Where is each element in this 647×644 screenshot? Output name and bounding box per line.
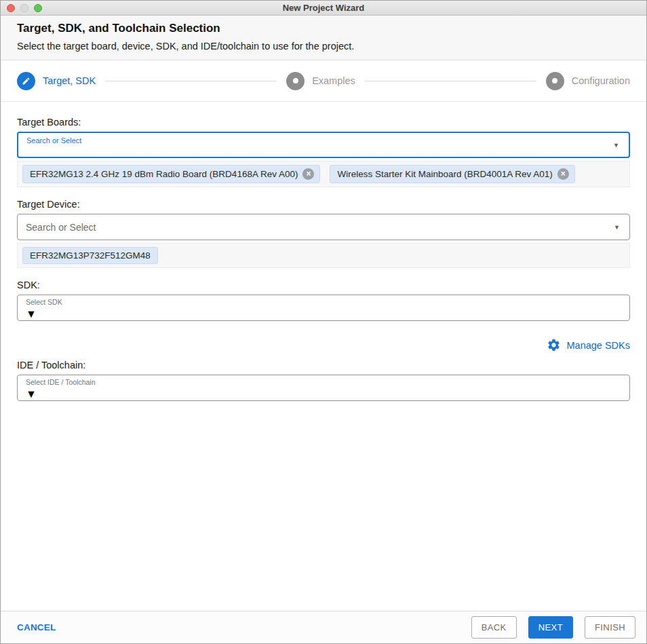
board-chip[interactable]: Wireless Starter Kit Mainboard (BRD4001A…: [330, 165, 574, 183]
step-label: Examples: [312, 75, 355, 86]
close-window-icon[interactable]: [7, 4, 15, 12]
sdk-select-label: Select SDK: [26, 298, 606, 307]
finish-button[interactable]: FINISH: [585, 616, 635, 639]
sdk-label: SDK:: [17, 280, 630, 290]
target-boards-placeholder: Search or Select: [26, 136, 81, 145]
back-button[interactable]: BACK: [471, 616, 517, 639]
next-button[interactable]: NEXT: [528, 616, 573, 639]
step-dot-icon: [286, 72, 305, 90]
window-titlebar[interactable]: New Project Wizard: [1, 1, 646, 16]
wizard-footer: CANCEL BACK NEXT FINISH: [1, 611, 646, 643]
target-boards-chip-row: EFR32MG13 2.4 GHz 19 dBm Radio Board (BR…: [17, 161, 630, 187]
ide-toolchain-select-label: Select IDE / Toolchain: [26, 378, 606, 387]
step-target-sdk[interactable]: Target, SDK: [17, 72, 96, 90]
manage-sdks-button[interactable]: Manage SDKs: [17, 338, 630, 352]
step-label: Target, SDK: [43, 75, 96, 86]
target-device-placeholder: Search or Select: [26, 222, 96, 233]
cancel-button[interactable]: CANCEL: [17, 622, 56, 632]
chip-label: EFR32MG13P732F512GM48: [30, 250, 151, 261]
target-device-chip-row: EFR32MG13P732F512GM48: [17, 243, 630, 268]
wizard-stepper: Target, SDK Examples Configuration: [1, 60, 646, 102]
stepper-connector: [365, 81, 536, 81]
chevron-down-icon[interactable]: ▼: [613, 142, 619, 148]
wizard-content: Target Boards: Search or Select ▼ EFR32M…: [1, 102, 646, 611]
step-dot-icon: [546, 72, 564, 90]
chevron-down-icon[interactable]: ▼: [614, 224, 620, 230]
target-device-search-input[interactable]: Search or Select ▼: [17, 214, 630, 240]
target-boards-search-input[interactable]: Search or Select ▼: [17, 132, 630, 158]
step-examples[interactable]: Examples: [286, 72, 355, 90]
stepper-connector: [105, 81, 277, 81]
gear-icon: [547, 338, 561, 352]
target-device-label: Target Device:: [17, 199, 630, 210]
board-chip[interactable]: EFR32MG13 2.4 GHz 19 dBm Radio Board (BR…: [22, 165, 320, 183]
step-label: Configuration: [572, 75, 630, 86]
device-chip[interactable]: EFR32MG13P732F512GM48: [22, 247, 158, 264]
zoom-window-icon[interactable]: [34, 4, 42, 12]
new-project-wizard-dialog: New Project Wizard Target, SDK, and Tool…: [0, 0, 647, 644]
chevron-down-icon[interactable]: ▼: [26, 388, 606, 400]
page-title: Target, SDK, and Toolchain Selection: [17, 22, 630, 35]
chip-remove-icon[interactable]: ×: [302, 168, 314, 180]
wizard-header: Target, SDK, and Toolchain Selection Sel…: [1, 16, 646, 60]
chip-label: Wireless Starter Kit Mainboard (BRD4001A…: [337, 169, 552, 179]
footer-buttons: BACK NEXT FINISH: [471, 616, 635, 639]
window-title: New Project Wizard: [283, 3, 365, 13]
ide-toolchain-label: IDE / Toolchain:: [17, 360, 630, 371]
step-configuration[interactable]: Configuration: [546, 72, 630, 90]
target-boards-label: Target Boards:: [17, 117, 630, 128]
sdk-select[interactable]: Select SDK Gecko SDK Suite: Amazon, Blue…: [17, 295, 630, 321]
ide-toolchain-select[interactable]: Select IDE / Toolchain Simplicity IDE / …: [17, 375, 630, 401]
manage-sdks-label: Manage SDKs: [567, 340, 631, 351]
page-subtitle: Select the target board, device, SDK, an…: [17, 41, 630, 52]
chevron-down-icon[interactable]: ▼: [26, 308, 606, 320]
pencil-icon: [17, 72, 35, 90]
traffic-lights: [7, 4, 42, 12]
chip-remove-icon[interactable]: ×: [557, 168, 569, 180]
chip-label: EFR32MG13 2.4 GHz 19 dBm Radio Board (BR…: [30, 169, 298, 179]
minimize-window-icon: [20, 4, 28, 12]
